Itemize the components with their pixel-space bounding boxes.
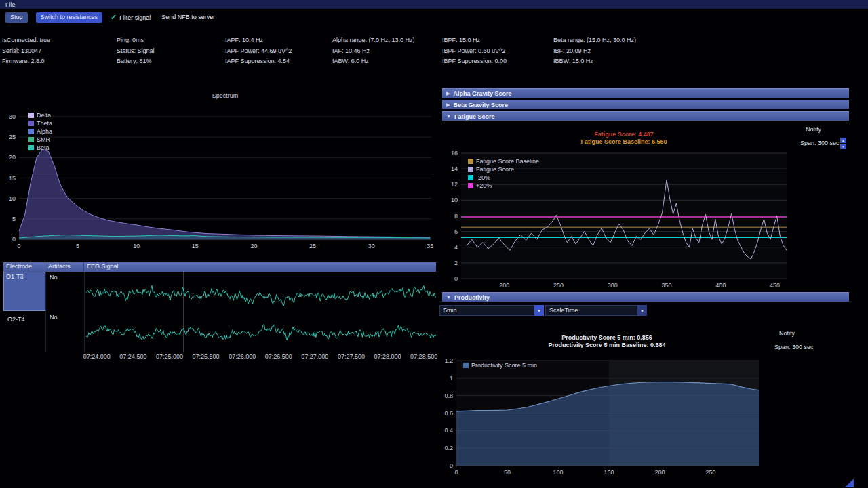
svg-text:0: 0 (454, 469, 458, 476)
svg-text:20: 20 (9, 154, 16, 161)
legend-item: Delta (28, 111, 52, 119)
time-label: 07:24.000 (79, 353, 115, 360)
legend-label: Fatigue Score Baseline (476, 158, 539, 165)
chevron-down-icon: ▼ (446, 295, 451, 300)
status-ibbw: IBBW: 15.0 Hz (553, 56, 636, 67)
fatigue-span-label: Span: 300 sec (800, 140, 840, 146)
fatigue-notify-label[interactable]: Notify (806, 126, 821, 133)
panel-header-alpha-gravity[interactable]: ▶ Alpha Gravity Score (442, 88, 849, 98)
legend-item: SMR (28, 136, 52, 143)
scale-select[interactable]: ScaleTime ▼ (545, 305, 647, 316)
scale-select-value: ScaleTime (549, 307, 578, 314)
status-column-iapf: IAPF: 10.4 Hz IAPF Power: 44.69 uV^2 IAP… (225, 35, 292, 67)
status-alpha-range: Alpha range: (7.0 Hz, 13.0 Hz) (332, 35, 415, 46)
legend-item: Fatigue Score Baseline (468, 157, 539, 165)
status-column-ibpf: IBPF: 15.0 Hz IBPF Power: 0.60 uV^2 IBPF… (442, 35, 507, 67)
switch-to-resistances-button[interactable]: Switch to resistances (36, 12, 103, 23)
svg-text:30: 30 (9, 113, 16, 120)
menu-file[interactable]: File (5, 1, 16, 8)
status-beta-range: Beta range: (15.0 Hz, 30.0 Hz) (553, 35, 636, 46)
svg-text:0.2: 0.2 (444, 445, 453, 451)
productivity-legend: Productivity Score 5 min (463, 361, 537, 369)
time-label: 07:28.500 (406, 353, 442, 360)
productivity-notify-label[interactable]: Notify (779, 330, 795, 337)
dropdown-arrow-icon[interactable]: ▼ (637, 305, 647, 316)
legend-swatch-icon (28, 145, 34, 150)
svg-text:250: 250 (705, 469, 715, 476)
column-header-artifacts: Artifacts (45, 262, 84, 272)
dropdown-arrow-icon[interactable]: ▼ (534, 305, 544, 316)
menu-bar: File (0, 0, 868, 9)
svg-text:10: 10 (9, 195, 16, 202)
svg-text:15: 15 (9, 175, 16, 182)
fatigue-span-spinner: ▲ ▼ (840, 138, 846, 149)
filter-signal-checkbox[interactable]: ✓ Filter signal (111, 13, 151, 22)
column-header-eeg-signal: EEG Signal (84, 262, 436, 272)
svg-text:450: 450 (770, 282, 780, 289)
filter-signal-label: Filter signal (119, 14, 151, 21)
status-iapf: IAPF: 10.4 Hz (225, 35, 292, 46)
svg-text:50: 50 (504, 469, 511, 476)
legend-label: Beta (37, 144, 50, 151)
svg-text:0.4: 0.4 (444, 427, 453, 434)
fatigue-score-value: Fatigue Score: 4.487 (522, 131, 726, 138)
status-ibpf: IBPF: 15.0 Hz (442, 35, 507, 46)
status-iabw: IABW: 6.0 Hz (332, 56, 415, 67)
fatigue-baseline-value: Fatigue Score Baseline: 6.560 (522, 138, 726, 145)
svg-text:350: 350 (661, 282, 671, 289)
spinner-down-icon[interactable]: ▼ (840, 144, 846, 149)
svg-text:30: 30 (368, 243, 375, 249)
legend-swatch-icon (28, 137, 34, 142)
panel-header-fatigue[interactable]: ▼ Fatigue Score (442, 111, 849, 121)
legend-label: Productivity Score 5 min (471, 362, 537, 369)
svg-text:0.6: 0.6 (444, 410, 453, 417)
electrode-cell-o1-t3[interactable]: O1-T3 (3, 272, 45, 311)
status-ibf: IBF: 20.09 Hz (553, 46, 636, 57)
stop-button[interactable]: Stop (5, 12, 28, 23)
eeg-signal-o1-t3 (86, 274, 436, 312)
svg-text:20: 20 (250, 243, 257, 249)
legend-label: SMR (37, 136, 50, 143)
legend-swatch-icon (463, 363, 469, 368)
resize-grip-icon[interactable] (845, 479, 854, 487)
panel-title-productivity: Productivity (454, 294, 490, 301)
send-nfb-to-server-button[interactable]: Send NFB to server (159, 12, 218, 23)
interval-select[interactable]: 5min ▼ (439, 305, 544, 316)
svg-text:250: 250 (553, 282, 564, 289)
time-label: 07:24.500 (115, 353, 152, 360)
legend-item: -20% (468, 174, 539, 181)
svg-text:200: 200 (499, 282, 509, 289)
svg-text:8: 8 (454, 213, 458, 220)
eeg-signal-o2-t4 (86, 314, 436, 351)
svg-text:10: 10 (133, 243, 140, 249)
time-label: 07:25.500 (188, 353, 224, 360)
status-ping: Ping: 0ms (117, 35, 155, 46)
svg-text:35: 35 (427, 243, 433, 249)
svg-text:10: 10 (451, 197, 458, 203)
productivity-span-label: Span: 300 sec (774, 344, 814, 350)
legend-item: Fatigue Score (468, 165, 539, 173)
interval-select-value: 5min (443, 307, 457, 314)
table-column-separator (45, 272, 46, 352)
electrode-cell-o2-t4[interactable]: O2-T4 (5, 315, 27, 323)
legend-label: Delta (37, 112, 51, 119)
legend-swatch-icon (468, 183, 473, 188)
fatigue-legend: Fatigue Score BaselineFatigue Score-20%+… (468, 157, 539, 189)
legend-swatch-icon (468, 175, 473, 180)
status-column-device: Ping: 0ms Status: Signal Battery: 81% (117, 35, 155, 67)
panel-header-beta-gravity[interactable]: ▶ Beta Gravity Score (442, 100, 849, 109)
check-icon: ✓ (111, 13, 117, 22)
chevron-right-icon: ▶ (446, 91, 450, 96)
panel-title-alpha: Alpha Gravity Score (453, 90, 511, 97)
productivity-chart: 00.20.40.60.811.2050100150200250 (442, 352, 822, 485)
svg-text:5: 5 (76, 243, 79, 249)
svg-text:1.2: 1.2 (444, 357, 453, 364)
status-battery: Battery: 81% (117, 56, 155, 67)
panel-header-productivity[interactable]: ▼ Productivity (442, 292, 849, 302)
legend-item: Alpha (28, 127, 52, 135)
spinner-up-icon[interactable]: ▲ (840, 138, 846, 143)
eeg-table-header: Electrode Artifacts EEG Signal (3, 262, 436, 272)
spectrum-legend: DeltaThetaAlphaSMRBeta (28, 111, 52, 151)
svg-text:12: 12 (451, 181, 458, 188)
status-isconnected: IsConnected: true (2, 35, 50, 46)
